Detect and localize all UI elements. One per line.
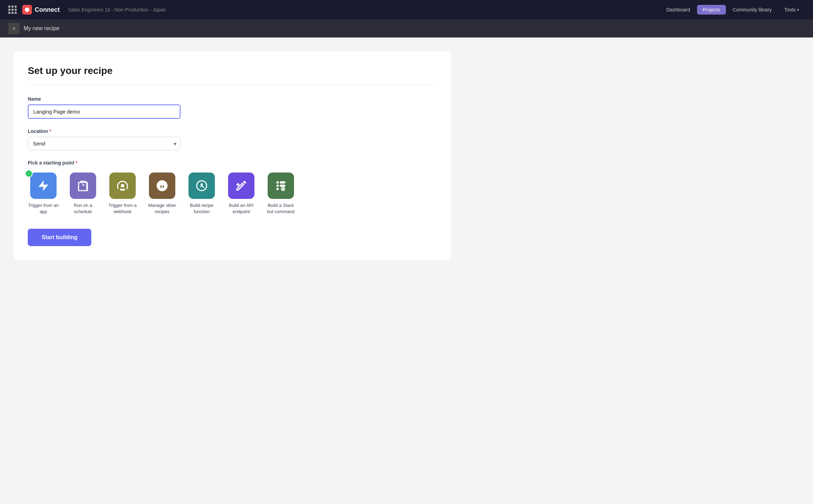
svg-rect-4: [280, 181, 285, 183]
starting-point-required: *: [76, 160, 77, 166]
sp-build-slack-label: Build a Slack bot command: [265, 202, 296, 215]
page-title: Set up your recipe: [28, 65, 437, 76]
sp-build-recipe-fn[interactable]: Build recipe function: [186, 173, 217, 215]
tools-label: Tools: [784, 7, 796, 12]
nav-links: Dashboard Projects Community library Too…: [661, 5, 805, 15]
starting-point-label: Pick a starting point *: [28, 160, 437, 166]
recipe-icon: ≡: [8, 23, 19, 34]
nav-tools[interactable]: Tools ▾: [779, 5, 805, 15]
name-group: Name: [28, 96, 437, 119]
sp-build-api-label: Build an API endpoint: [226, 202, 257, 215]
brand: Connect: [22, 5, 60, 15]
sp-build-slack[interactable]: Build a Slack bot command: [265, 173, 296, 215]
sp-build-recipe-fn-label: Build recipe function: [186, 202, 217, 215]
svg-rect-5: [280, 185, 285, 187]
sp-run-schedule-icon: [70, 173, 96, 199]
starting-point-section: Pick a starting point * ✓ Trigger from a…: [28, 160, 437, 215]
name-label: Name: [28, 96, 437, 102]
sp-trigger-app-icon: [30, 173, 57, 199]
top-nav: Connect Sales Engineers 16 - Non-Product…: [0, 0, 813, 19]
main-content: Set up your recipe Name Location * Send …: [0, 37, 813, 504]
sp-trigger-app[interactable]: ✓ Trigger from an app: [28, 173, 59, 215]
location-required: *: [49, 128, 51, 134]
recipe-card: Set up your recipe Name Location * Send …: [14, 51, 451, 260]
brand-icon: [22, 5, 32, 15]
location-select[interactable]: Send Receive Transform: [28, 137, 181, 150]
divider: [28, 85, 437, 85]
sp-trigger-app-label: Trigger from an app: [28, 202, 59, 215]
start-building-button[interactable]: Start building: [28, 229, 91, 246]
sp-build-api-icon: [228, 173, 254, 199]
tools-chevron-icon: ▾: [797, 8, 799, 12]
sp-check-icon: ✓: [25, 170, 33, 177]
sub-header: ≡ My new recipe: [0, 19, 813, 37]
starting-points-list: ✓ Trigger from an app Run on a schedule: [28, 173, 437, 215]
app-grid-icon[interactable]: [8, 6, 17, 14]
brand-name: Connect: [35, 6, 60, 14]
workspace-label: Sales Engineers 16 - Non-Production - Ja…: [68, 7, 166, 12]
sp-manage-recipes-label: Manage other recipes: [146, 202, 178, 215]
name-input[interactable]: [28, 104, 181, 119]
sp-build-slack-icon: [268, 173, 294, 199]
sp-build-recipe-fn-icon: [188, 173, 215, 199]
location-label: Location *: [28, 128, 437, 134]
nav-dashboard[interactable]: Dashboard: [661, 5, 696, 15]
svg-rect-3: [276, 188, 278, 190]
svg-rect-1: [276, 181, 278, 183]
sp-run-schedule-label: Run on a schedule: [67, 202, 99, 215]
sp-trigger-webhook-label: Trigger from a webhook: [107, 202, 138, 215]
nav-community[interactable]: Community library: [727, 5, 778, 15]
sp-build-api[interactable]: Build an API endpoint: [226, 173, 257, 215]
sp-manage-recipes[interactable]: Manage other recipes: [146, 173, 178, 215]
nav-projects[interactable]: Projects: [697, 5, 726, 15]
sp-trigger-webhook-icon: [109, 173, 136, 199]
sp-trigger-webhook[interactable]: Trigger from a webhook: [107, 173, 138, 215]
location-select-wrapper: Send Receive Transform ▾: [28, 137, 181, 150]
sp-run-schedule[interactable]: Run on a schedule: [67, 173, 99, 215]
svg-rect-2: [276, 185, 278, 187]
location-group: Location * Send Receive Transform ▾: [28, 128, 437, 150]
recipe-title: My new recipe: [24, 25, 59, 32]
sp-manage-recipes-icon: [149, 173, 175, 199]
